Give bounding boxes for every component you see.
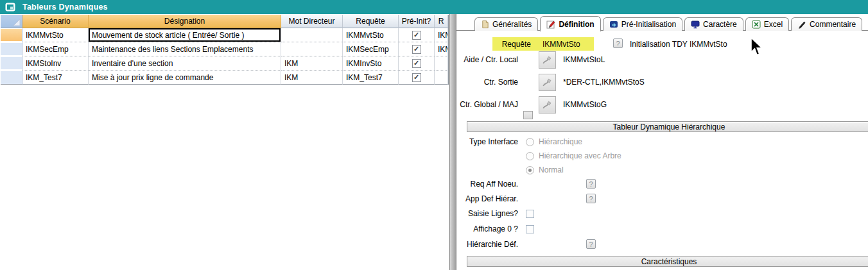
tab-label: Définition [559,20,594,29]
tab-excel[interactable]: Excel [745,17,789,31]
cell-pre-init[interactable] [399,71,435,85]
column-header-mot-directeur[interactable]: Mot Directeur [281,15,343,28]
radio-option-normal[interactable]: Normal [526,164,564,176]
cell-mot-directeur[interactable] [281,28,343,42]
section-header-caracteristiques: Caractéristiques [467,256,868,267]
radio-label: Normal [539,165,564,174]
aide-ctr-local-value: IKMMvtStoL [563,55,605,64]
ctr-global-maj-edit-button[interactable] [539,96,556,114]
hierarchie-def-help-button[interactable]: ? [586,239,596,249]
scenario-table: Scénario Désignation Mot Directeur Requê… [1,15,449,85]
hand-pen-icon [541,76,553,89]
cell-designation-selected[interactable]: Mouvement de stock article ( Entrée/ Sor… [89,28,281,42]
hierarchie-def-label: Hiérarchie Déf. [458,240,518,249]
pre-init-checkbox[interactable] [412,31,421,40]
tab-label: Commentaire [810,20,856,29]
cell-designation[interactable]: Inventaire d'une section [89,56,281,71]
cell-r[interactable] [435,71,448,85]
type-interface-label: Type Interface [458,137,518,146]
document-icon [481,20,489,29]
radio-option-hierarchique-avec-arbre[interactable]: Hiérarchique avec Arbre [526,150,621,162]
ctr-sortie-value: *DER-CTL,IKMMvtStoS [563,78,645,87]
radio-label: Hiérarchique avec Arbre [539,151,621,160]
pencil-icon [797,20,806,29]
excel-icon [752,20,761,29]
cell-designation[interactable]: Mise à jour prix ligne de commande [89,71,281,85]
row-selector[interactable] [1,42,22,56]
cell-scenario[interactable]: IKM_Test7 [22,71,89,85]
mouse-cursor-icon [750,37,764,58]
radio-icon[interactable] [526,166,534,174]
pre-init-checkbox[interactable] [412,59,421,68]
cell-requete[interactable]: IKMMvtSto [343,28,399,42]
cell-r[interactable] [435,56,448,71]
window-title: Tableurs Dynamiques [22,3,108,12]
cell-scenario[interactable]: IKMSecEmp [22,42,89,56]
cell-r[interactable]: IKM [435,42,448,56]
column-header-requete[interactable]: Requête [343,15,399,28]
initialisation-text: Initialisation TDY IKMMvtSto [630,40,727,49]
aide-ctr-local-edit-button[interactable] [539,51,556,69]
app-def-hierar-help-button[interactable]: ? [586,194,596,203]
requete-field-highlight[interactable]: Requête IKMMvtSto [492,37,594,51]
tab-label: Généralités [492,20,532,29]
ctr-sortie-label: Ctr. Sortie [458,78,518,87]
corner-triangle-icon [13,19,21,26]
select-all-corner[interactable] [1,15,22,28]
pre-init-checkbox[interactable] [412,45,421,54]
tab-label: Pré-Initialisation [621,20,676,29]
init-help-button[interactable]: ? [613,38,623,48]
column-header-designation[interactable]: Désignation [89,15,281,28]
app-def-hierar-label: App Def Hiérar. [458,194,518,203]
affichage-0-checkbox[interactable] [526,225,534,233]
cell-requete[interactable]: IKM_Test7 [343,71,399,85]
vertical-splitter[interactable] [449,14,456,270]
tab-generalites[interactable]: Généralités [474,17,538,31]
cell-scenario[interactable]: IKMStoInv [22,56,89,71]
radio-option-hierarchique[interactable]: Hiérarchique [526,136,582,148]
cell-mot-directeur[interactable] [281,42,343,56]
req-aff-noeu-help-button[interactable]: ? [586,179,596,189]
radio-icon[interactable] [526,138,534,146]
column-header-r[interactable]: R [435,15,448,28]
tab-caractere[interactable]: Caractère [684,17,743,31]
cell-r[interactable]: IKM [435,28,448,42]
cell-requete[interactable]: IKMInvSto [343,56,399,71]
column-header-pre-init[interactable]: Pré-Init? [399,15,435,28]
row-selector[interactable] [1,56,22,71]
saisie-lignes-checkbox[interactable] [526,210,534,218]
cell-pre-init[interactable] [399,42,435,56]
ctr-global-maj-label: Ctr. Global / MAJ [458,100,518,109]
cell-mot-directeur[interactable]: IKM [281,56,343,71]
tab-pre-initialisation[interactable]: Pré-Initialisation [603,17,682,31]
row-selector[interactable] [1,71,22,85]
monitor-icon [691,20,700,29]
red-pen-icon [546,20,555,29]
hand-pen-icon [541,54,553,66]
small-disabled-button[interactable] [523,111,533,119]
cell-mot-directeur[interactable]: IKM [281,71,343,85]
radio-label: Hiérarchique [539,137,582,146]
cell-designation[interactable]: Maintenance des liens Sections Emplaceme… [89,42,281,56]
app-icon [5,3,15,12]
requete-value[interactable]: IKMMvtSto [542,40,580,49]
cell-scenario[interactable]: IKMMvtSto [22,28,89,42]
cell-pre-init[interactable] [399,56,435,71]
column-header-scenario[interactable]: Scénario [22,15,89,28]
cell-pre-init[interactable] [399,28,435,42]
cell-requete[interactable]: IKMSecEmp [343,42,399,56]
tab-definition[interactable]: Définition [540,16,600,31]
radio-icon[interactable] [526,152,534,160]
section-header-hierarchique: Tableur Dynamique Hiérarchique [467,121,868,132]
aide-ctr-local-label: Aide / Ctr. Local [458,55,518,64]
tab-label: Caractère [703,20,737,29]
row-selector[interactable] [1,28,22,42]
saisie-lignes-label: Saisie Lignes? [458,209,518,218]
tab-commentaire[interactable]: Commentaire [791,17,862,31]
pre-init-checkbox[interactable] [412,73,421,82]
ctr-sortie-edit-button[interactable] [539,74,556,91]
ctr-global-maj-value: IKMMvtStoG [563,100,607,109]
hand-pen-icon [541,99,553,111]
requete-label: Requête [492,40,531,49]
tab-bar: Généralités Définition Pré-Initialisatio… [474,15,862,31]
